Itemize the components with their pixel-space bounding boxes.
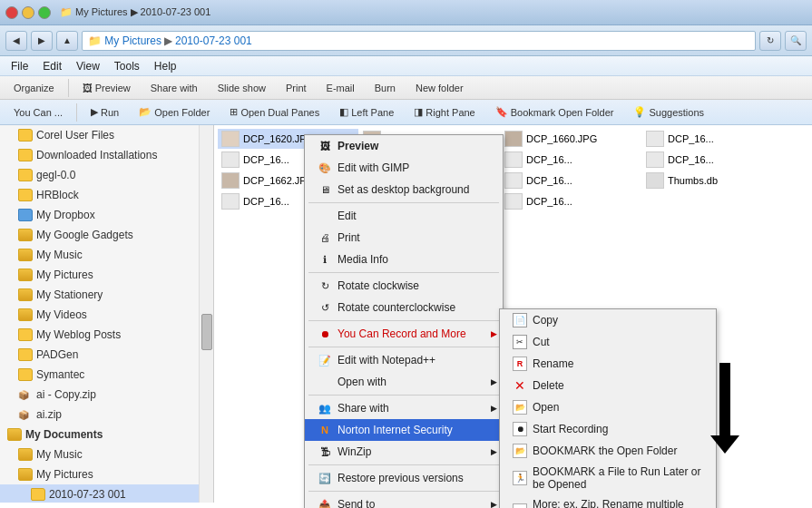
arrow-annotation [710,363,739,454]
maximize-btn[interactable] [38,6,51,19]
cm2-bookmark-folder[interactable]: 📂 BOOKMARK the Open Folder [500,440,716,462]
cm-open-with[interactable]: Open with ▶ [305,371,503,393]
cm-sep [308,491,499,492]
folder-icon [18,149,33,161]
left-pane-button[interactable]: ◧ Left Pane [331,103,402,122]
close-btn[interactable] [5,6,18,19]
cm-you-can-record[interactable]: ⏺ You Can Record and More ▶ [305,323,503,345]
print-button[interactable]: Print [278,79,315,97]
cm-set-desktop[interactable]: 🖥 Set as desktop background [305,179,503,200]
menu-edit[interactable]: Edit [35,58,69,74]
cm2-start-recording[interactable]: ⏺ Start Recording [500,418,716,440]
sidebar-scrollbar[interactable] [200,125,214,503]
cm-preview[interactable]: 🖼 Preview [305,135,503,157]
cm2-more[interactable]: ⋯ More: ex. Zip, Rename multiple files, … [500,494,716,508]
forward-button[interactable]: ▶ [31,31,53,51]
cm-print[interactable]: 🖨 Print [305,227,503,249]
sidebar-item-my-pictures-2[interactable]: My Pictures [0,464,199,484]
run-button[interactable]: ▶ Run [83,103,127,122]
sendto-icon: 📤 [318,497,332,508]
file-item[interactable]: DCP_16... [642,129,783,149]
submenu-arrow: ▶ [491,500,497,508]
cm2-delete[interactable]: ✕ Delete [500,375,716,396]
up-button[interactable]: ▲ [56,31,78,51]
sidebar-item-symantec[interactable]: Symantec [0,365,199,385]
zip-icon: 📦 [18,410,33,420]
file-item[interactable]: DCP_16... [642,150,783,170]
delete-icon: ✕ [513,378,527,393]
file-item[interactable]: DCP_16... [501,191,641,211]
address-path[interactable]: 📁 My Pictures ▶ 2010-07-23 001 [82,31,756,51]
file-thumbnail [646,151,664,168]
back-button[interactable]: ◀ [5,31,27,51]
minimize-btn[interactable] [22,6,34,19]
sidebar-item-dropbox[interactable]: My Dropbox [0,205,199,225]
cm2-open[interactable]: 📂 Open [500,396,716,418]
search-button[interactable]: 🔍 [785,31,807,51]
sidebar-item-google-gadgets[interactable]: My Google Gadgets [0,225,199,245]
sidebar-item-my-music-2[interactable]: My Music [0,444,199,464]
folder-icon [18,308,33,321]
cm-edit-notepad[interactable]: 📝 Edit with Notepad++ [305,349,503,371]
sidebar-item-my-videos[interactable]: My Videos [0,305,199,325]
cm-edit[interactable]: Edit [305,205,503,227]
cm-media-info[interactable]: ℹ Media Info [305,249,503,270]
cm2-copy[interactable]: 📄 Copy [500,309,716,331]
sidebar-item-hrblock[interactable]: HRBlock [0,185,199,205]
sidebar-item-my-music-1[interactable]: My Music [0,245,199,265]
burn-button[interactable]: Burn [367,79,404,97]
scrollbar-thumb[interactable] [201,314,212,350]
sidebar-item-my-documents[interactable]: My Documents [0,425,199,444]
menu-tools[interactable]: Tools [107,58,147,74]
folder-icon [18,129,33,142]
folder-icon [18,169,33,181]
cm-send-to[interactable]: 📤 Send to ▶ [305,493,503,508]
right-pane-button[interactable]: ◨ Right Pane [406,103,483,122]
you-can-button[interactable]: You Can ... [5,103,71,122]
cm2-rename[interactable]: R Rename [500,353,716,375]
folder-icon [18,249,33,261]
sidebar-item-weblog[interactable]: My Weblog Posts [0,325,199,345]
menu-file[interactable]: File [4,58,35,74]
preview-button[interactable]: 🖼 Preview [74,79,139,97]
cm-share-with[interactable]: 👥 Share with ▶ [305,397,503,419]
new-folder-button[interactable]: New folder [407,79,472,97]
suggestions-button[interactable]: 💡 Suggestions [625,103,712,122]
bookmark-open-button[interactable]: 🔖 Bookmark Open Folder [487,103,622,122]
slide-show-button[interactable]: Slide show [210,79,274,97]
refresh-button[interactable]: ↻ [759,31,781,51]
share-with-button[interactable]: Share with [142,79,206,97]
sidebar-item-my-pictures-1[interactable]: My Pictures [0,265,199,285]
context-menu-2: 📄 Copy ✂ Cut R Rename ✕ Delete 📂 Open ⏺ … [499,308,717,508]
share-icon: 👥 [318,401,332,415]
folder-icon [18,368,33,381]
sidebar-item-gegl[interactable]: gegl-0.0 [0,165,199,185]
file-item[interactable]: DCP_16... [501,150,641,170]
cm2-bookmark-file[interactable]: 🏃 BOOKMARK a File to Run Later or be Ope… [500,462,716,494]
cm-rotate-ccw[interactable]: ↺ Rotate counterclockwise [305,297,503,318]
open-folder-button[interactable]: 📂 Open Folder [131,103,218,122]
file-item[interactable]: Thumbs.db [642,171,783,190]
cm-norton[interactable]: N Norton Internet Security [305,419,503,441]
cm2-cut[interactable]: ✂ Cut [500,331,716,353]
sidebar-item-padgen[interactable]: PADGen [0,345,199,365]
sidebar-item-ai-zip[interactable]: 📦 ai.zip [0,405,199,425]
cm-edit-gimp[interactable]: 🎨 Edit with GIMP [305,157,503,179]
sidebar-item-stationery[interactable]: My Stationery [0,285,199,305]
cm-rotate-cw[interactable]: ↻ Rotate clockwise [305,275,503,297]
email-button[interactable]: E-mail [318,79,363,97]
open-dual-panes-button[interactable]: ⊞ Open Dual Panes [221,103,328,122]
sidebar-item-corel[interactable]: Corel User Files [0,125,199,145]
context-menu-1: 🖼 Preview 🎨 Edit with GIMP 🖥 Set as desk… [304,134,504,508]
file-item[interactable]: DCP_16... [501,171,641,190]
menu-help[interactable]: Help [147,58,184,74]
cm-winzip[interactable]: 🗜 WinZip ▶ [305,441,503,463]
sidebar-item-ai-copy[interactable]: 📦 ai - Copy.zip [0,385,199,405]
file-thumbnail [221,172,240,189]
sidebar-item-downloaded[interactable]: Downloaded Installations [0,145,199,165]
file-item[interactable]: DCP_1660.JPG [501,129,641,149]
organize-button[interactable]: Organize [5,79,63,97]
sidebar-item-2010-folder[interactable]: 2010-07-23 001 [0,484,199,503]
cm-restore-versions[interactable]: 🔄 Restore previous versions [305,467,503,489]
menu-view[interactable]: View [69,58,107,74]
